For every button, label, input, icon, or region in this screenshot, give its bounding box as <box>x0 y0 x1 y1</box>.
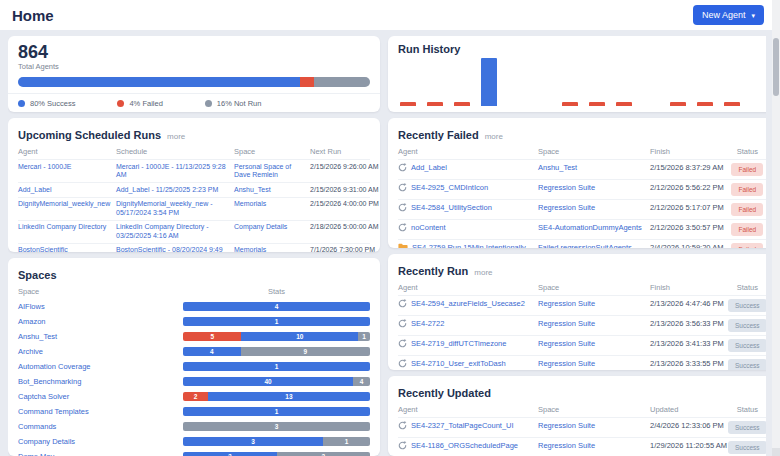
agent-link[interactable]: Mercari - 1000JE <box>18 163 112 172</box>
agent-link[interactable]: SE4-2925_CMDIntIcon <box>411 183 488 192</box>
space-link[interactable]: Captcha Solver <box>18 392 183 401</box>
space-row: Anshu_Test 5101 <box>18 329 370 344</box>
space-link[interactable]: Regression Suite <box>538 339 646 348</box>
space-link[interactable]: Anshu_Test <box>234 186 306 195</box>
space-link[interactable]: Regression Suite <box>538 441 646 450</box>
schedule-link[interactable]: Add_Label - 11/25/2025 2:23 PM <box>116 186 230 195</box>
schedule-link[interactable]: DignityMemorial_weekly_new - 05/17/2024 … <box>116 200 230 217</box>
space-link[interactable]: SE4-AutomationDummyAgents <box>538 223 646 232</box>
agent-link[interactable]: SE4-2584_UtilitySection <box>411 203 492 212</box>
agent-link[interactable]: BostonScientific <box>18 246 112 252</box>
more-link[interactable]: more <box>485 132 503 141</box>
new-agent-button[interactable]: New Agent ▾ <box>693 5 764 25</box>
table-row[interactable]: SE4-2719_diffUTCTimezone Regression Suit… <box>398 335 766 355</box>
agent-link[interactable]: SE4-2327_TotalPageCount_UI <box>411 421 514 430</box>
run-history-card: Run History <box>388 36 766 112</box>
space-link[interactable]: Commands <box>18 422 183 431</box>
space-link[interactable]: Anshu_Test <box>538 163 646 172</box>
schedule-link[interactable]: BostonScientific - 08/20/2024 9:49 PM <box>116 246 230 252</box>
agent-cell: Add_Label <box>398 163 534 172</box>
agent-run-icon <box>398 299 407 308</box>
status-cell: Success <box>728 359 766 370</box>
space-link[interactable]: Memorials <box>234 246 306 252</box>
total-agents-label: Total Agents <box>18 62 370 71</box>
agent-link[interactable]: SE4-2719_diffUTCTimezone <box>411 339 506 348</box>
table-row[interactable]: SE4-2327_TotalPageCount_UI Regression Su… <box>398 417 766 437</box>
agent-cell: SE4-2759 Run 15Min Intentionally <box>398 243 534 248</box>
space-link[interactable]: Regression Suite <box>538 421 646 430</box>
status-cell: Success <box>728 421 766 434</box>
status-badge: Success <box>728 299 766 312</box>
space-link[interactable]: Command Templates <box>18 407 183 416</box>
table-row[interactable]: Mercari - 1000JE Mercari - 1000JE - 11/1… <box>18 159 370 182</box>
agent-link[interactable]: LinkedIn Company Directory <box>18 223 112 232</box>
more-link[interactable]: more <box>474 268 492 277</box>
agent-link[interactable]: Add_Label <box>411 163 447 172</box>
total-agents-progress <box>18 77 370 87</box>
space-link[interactable]: Regression Suite <box>538 203 646 212</box>
space-link[interactable]: AIFlows <box>18 302 183 311</box>
page-title: Home <box>12 7 54 24</box>
finish-value: 2/13/2026 3:33:55 PM <box>650 359 724 368</box>
table-row[interactable]: LinkedIn Company Directory LinkedIn Comp… <box>18 220 370 243</box>
agent-link[interactable]: DignityMemorial_weekly_new <box>18 200 112 209</box>
failed-dot-icon <box>117 100 124 107</box>
space-link[interactable]: Regression Suite <box>538 183 646 192</box>
table-row[interactable]: SE4-2710_User_exitToDash Regression Suit… <box>398 355 766 370</box>
table-row[interactable]: SE4-2759 Run 15Min Intentionally Failed … <box>398 239 766 248</box>
agent-link[interactable]: SE4-2710_User_exitToDash <box>411 359 506 368</box>
agent-link[interactable]: SE4-2722 <box>411 319 444 328</box>
spaces-card: Spaces SpaceStats AIFlows 4 Amazon 1 Ans… <box>8 258 380 456</box>
status-cell: Failed <box>728 183 766 196</box>
table-row[interactable]: Add_Label Add_Label - 11/25/2025 2:23 PM… <box>18 182 370 197</box>
spaces-table-header: SpaceStats <box>18 283 370 299</box>
schedule-link[interactable]: Mercari - 1000JE - 11/13/2025 9:28 AM <box>116 163 230 180</box>
scrollbar-thumb[interactable] <box>773 38 779 96</box>
status-badge: Failed <box>731 183 763 196</box>
agent-cell: SE4-2327_TotalPageCount_UI <box>398 421 534 430</box>
space-row: Commands 3 <box>18 419 370 434</box>
agent-link[interactable]: noContent <box>411 223 446 232</box>
table-row[interactable]: noContent SE4-AutomationDummyAgents 2/12… <box>398 219 766 239</box>
table-row[interactable]: SE4-2584_UtilitySection Regression Suite… <box>398 199 766 219</box>
space-link[interactable]: Company Details <box>18 437 183 446</box>
status-cell: Success <box>728 299 766 312</box>
agent-link[interactable]: SE4-2594_azureFields_Usecase2 <box>411 299 525 308</box>
agent-link[interactable]: SE4-1186_ORGScheduledPage <box>411 441 518 450</box>
table-row[interactable]: SE4-2594_azureFields_Usecase2 Regression… <box>398 295 766 315</box>
status-cell: Success <box>728 441 766 454</box>
space-stats-bar: 213 <box>183 392 370 401</box>
recently-run-card: Recently Runmore AgentSpaceFinishStatus … <box>388 254 766 370</box>
space-link[interactable]: Anshu_Test <box>18 332 183 341</box>
space-link[interactable]: Failed regressionSuitAgents <box>538 243 646 248</box>
recently-failed-card: Recently Failedmore AgentSpaceFinishStat… <box>388 118 766 248</box>
table-row[interactable]: SE4-2925_CMDIntIcon Regression Suite 2/1… <box>398 179 766 199</box>
table-row[interactable]: SE4-2722 Regression Suite 2/13/2026 3:56… <box>398 315 766 335</box>
space-link[interactable]: Archive <box>18 347 183 356</box>
space-link[interactable]: Regression Suite <box>538 299 646 308</box>
space-link[interactable]: Bot_Benchmarking <box>18 377 183 386</box>
next-run-value: 2/15/2026 9:31:00 AM <box>310 186 379 195</box>
space-link[interactable]: Automation Coverage <box>18 362 183 371</box>
table-row[interactable]: Add_Label Anshu_Test 2/15/2026 8:37:29 A… <box>398 159 766 179</box>
agent-link[interactable]: SE4-2759 Run 15Min Intentionally <box>412 243 526 248</box>
space-link[interactable]: Personal Space of Dave Remlein <box>234 163 306 180</box>
status-cell: Failed <box>728 243 766 248</box>
space-link[interactable]: Memorials <box>234 200 306 209</box>
table-row[interactable]: BostonScientific BostonScientific - 08/2… <box>18 243 370 253</box>
agent-link[interactable]: Add_Label <box>18 186 112 195</box>
more-link[interactable]: more <box>167 132 185 141</box>
space-link[interactable]: Regression Suite <box>538 359 646 368</box>
schedule-link[interactable]: LinkedIn Company Directory - 03/25/2025 … <box>116 223 230 240</box>
space-link[interactable]: Company Details <box>234 223 306 232</box>
space-row: Demo May 22 <box>18 449 370 456</box>
upcoming-title: Upcoming Scheduled Runs <box>18 129 161 141</box>
table-row[interactable]: SE4-1186_ORGScheduledPage Regression Sui… <box>398 437 766 456</box>
space-link[interactable]: Amazon <box>18 317 183 326</box>
legend-item-success: 80% Success <box>18 99 75 108</box>
space-link[interactable]: Demo May <box>18 452 183 456</box>
agent-run-icon <box>398 223 407 232</box>
space-link[interactable]: Regression Suite <box>538 319 646 328</box>
table-row[interactable]: DignityMemorial_weekly_new DignityMemori… <box>18 197 370 220</box>
space-stats-bar: 1 <box>183 362 370 371</box>
